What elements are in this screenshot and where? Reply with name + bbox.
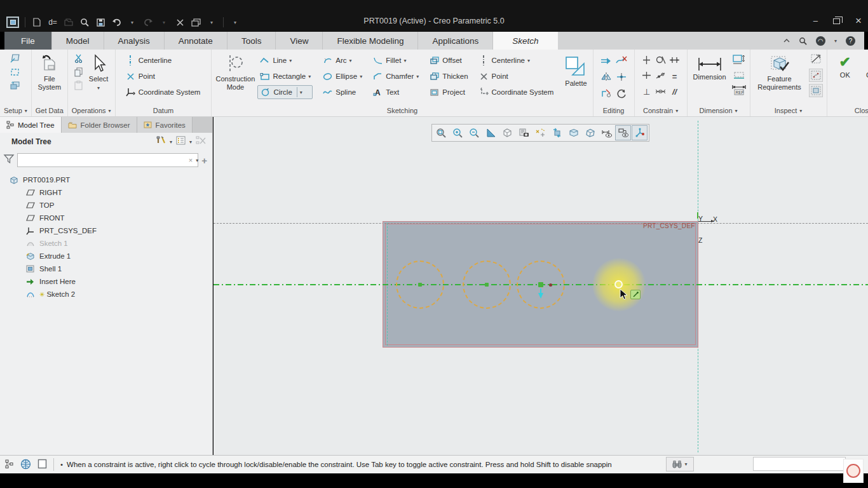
swap-icon[interactable]	[9, 80, 20, 90]
tab-sketch[interactable]: Sketch	[493, 32, 557, 50]
tree-filter-input[interactable]	[17, 153, 198, 167]
view-reorient-icon[interactable]	[549, 125, 565, 140]
group-label-dimension[interactable]: Dimension▾	[688, 105, 750, 116]
panel-tab-favorites[interactable]: Favorites	[137, 117, 193, 133]
tab-file[interactable]: File	[4, 32, 52, 50]
fillet-button[interactable]: Fillet▾	[370, 53, 421, 67]
tab-flexible-modeling[interactable]: Flexible Modeling	[323, 32, 418, 50]
resource-dropdown[interactable]: ▾	[834, 38, 837, 44]
midpoint-constraint-icon[interactable]	[669, 55, 680, 67]
sketch-display-icon[interactable]	[615, 125, 631, 140]
datum-centerline-button[interactable]: Centerline	[123, 53, 203, 67]
panel-tab-folder-browser[interactable]: Folder Browser	[62, 117, 137, 133]
parallel-constraint-icon[interactable]: //	[672, 87, 677, 97]
spline-button[interactable]: Spline	[320, 85, 364, 99]
tab-annotate[interactable]: Annotate	[165, 32, 227, 50]
vertical-constraint-icon[interactable]	[642, 55, 651, 67]
dimension-button[interactable]: Dimension	[690, 52, 729, 83]
full-window-icon[interactable]	[37, 459, 47, 470]
perimeter-dimension-icon[interactable]	[733, 55, 745, 68]
shade-closed-loops-icon[interactable]	[809, 84, 823, 97]
tree-settings-dropdown[interactable]: ▾	[189, 139, 192, 145]
tree-hide-icon[interactable]	[196, 136, 206, 147]
divide-icon[interactable]	[616, 72, 627, 84]
tab-applications[interactable]: Applications	[418, 32, 493, 50]
line-button[interactable]: Line▾	[257, 53, 313, 67]
datum-point-button[interactable]: Point	[123, 69, 203, 83]
paste-icon[interactable]	[73, 80, 85, 90]
sketch-point-button[interactable]: Point	[477, 69, 556, 83]
annotation-display-icon[interactable]	[599, 125, 614, 140]
minimize-button[interactable]: –	[813, 17, 818, 25]
datum-display-filters-icon[interactable]	[532, 125, 548, 140]
close-button[interactable]: ×	[855, 17, 862, 25]
sketch-csys-button[interactable]: Coordinate System	[477, 85, 556, 99]
delete-segment-icon[interactable]	[616, 56, 627, 67]
equal-constraint-icon[interactable]: =	[672, 72, 677, 81]
circle-center-2[interactable]	[485, 283, 489, 287]
baseline-dimension-icon[interactable]	[733, 71, 745, 82]
resource-center-icon[interactable]: ◠	[816, 36, 825, 46]
highlight-open-ends-icon[interactable]	[809, 69, 823, 82]
text-button[interactable]: A Text	[370, 85, 421, 99]
tree-item-sketch1[interactable]: Sketch 1	[0, 237, 212, 250]
corner-trim-icon[interactable]	[601, 89, 611, 100]
copy-icon[interactable]	[73, 67, 85, 77]
tree-item-extrude1[interactable]: Extrude 1	[0, 250, 212, 262]
filter-icon[interactable]	[4, 154, 14, 166]
group-label-constrain[interactable]: Constrain▾	[635, 105, 687, 116]
tree-item-csys[interactable]: PRT_CSYS_DEF	[0, 224, 212, 237]
overlapping-geometry-icon[interactable]	[810, 53, 822, 67]
chamfer-button[interactable]: Chamfer▾	[370, 69, 421, 83]
cut-icon[interactable]	[73, 53, 85, 64]
thicken-button[interactable]: Thicken	[427, 69, 470, 83]
feature-requirements-button[interactable]: Feature Requirements	[753, 52, 806, 93]
group-label-operations[interactable]: Operations▾	[68, 105, 115, 116]
select-button[interactable]: Select ▾	[86, 52, 112, 93]
snap-point-ring[interactable]	[614, 280, 623, 288]
toggle-model-tree-icon[interactable]	[5, 459, 14, 470]
find-dropdown[interactable]: ▾	[684, 461, 687, 467]
group-label-setup[interactable]: Setup▾	[0, 105, 31, 116]
filter-dropdown[interactable]: ▾	[196, 158, 198, 163]
restore-button[interactable]	[833, 18, 840, 24]
palette-button[interactable]: Palette	[562, 52, 590, 90]
tree-settings-icon[interactable]	[176, 136, 186, 147]
rotate-resize-icon[interactable]	[616, 89, 627, 101]
rectangle-button[interactable]: Rectangle▾	[257, 69, 313, 83]
zoom-out-icon[interactable]	[466, 125, 482, 140]
filter-clear-icon[interactable]: ×	[189, 156, 193, 164]
datum-csys-button[interactable]: Coordinate System	[123, 85, 203, 99]
tangent-constraint-icon[interactable]	[656, 55, 666, 67]
perpendicular-constraint-icon[interactable]: ⊥	[643, 87, 650, 97]
tab-analysis[interactable]: Analysis	[104, 32, 165, 50]
circle-center-3[interactable]	[538, 282, 543, 287]
select-box-icon[interactable]	[9, 67, 20, 77]
sketch-setup-icon[interactable]	[9, 53, 20, 64]
group-label-inspect[interactable]: Inspect▾	[750, 105, 827, 116]
ellipse-button[interactable]: Ellipse▾	[320, 69, 364, 83]
circle-button[interactable]: Circle ▾	[257, 85, 313, 99]
symmetric-constraint-icon[interactable]	[655, 86, 666, 97]
ok-button[interactable]: ✔ OK	[836, 53, 854, 81]
help-icon[interactable]: ?	[846, 36, 855, 46]
command-search-icon[interactable]	[799, 37, 807, 45]
tree-tools-dropdown[interactable]: ▾	[170, 139, 172, 145]
mirror-icon[interactable]	[600, 72, 612, 84]
collapse-ribbon-icon[interactable]	[783, 39, 790, 43]
modify-icon[interactable]	[600, 56, 612, 67]
circle-center-1[interactable]	[418, 283, 422, 287]
circle-dropdown[interactable]: ▾	[297, 87, 305, 97]
panel-tab-model-tree[interactable]: Model Tree	[0, 117, 62, 133]
tree-item-top[interactable]: TOP	[0, 199, 212, 212]
file-system-button[interactable]: File System	[34, 52, 65, 93]
section-view-icon[interactable]	[566, 125, 581, 140]
offset-button[interactable]: Offset	[427, 53, 470, 67]
browser-globe-icon[interactable]	[20, 459, 31, 471]
tree-item-insert-here[interactable]: Insert Here	[0, 275, 212, 288]
find-tool[interactable]: ▾	[666, 457, 694, 471]
tree-item-right[interactable]: RIGHT	[0, 186, 212, 199]
sketch-orientation-icon[interactable]	[632, 125, 648, 140]
refit-icon[interactable]	[433, 125, 449, 140]
tab-view[interactable]: View	[276, 32, 323, 50]
